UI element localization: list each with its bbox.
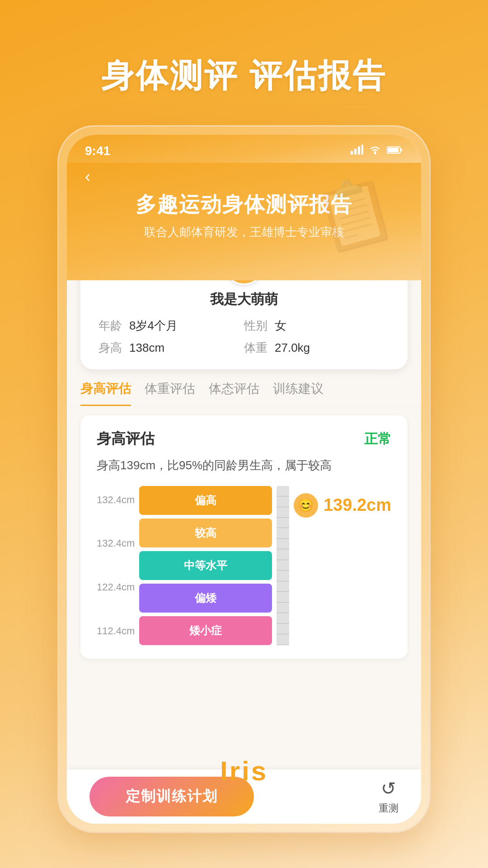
status-time: 9:41: [85, 144, 110, 158]
tab-weight-assessment[interactable]: 体重评估: [145, 380, 195, 406]
gender-label: 性别: [244, 318, 267, 334]
bar-average: 中等水平: [139, 551, 272, 580]
age-label: 年龄: [99, 318, 122, 334]
assessment-card: 身高评估 正常 身高139cm，比95%的同龄男生高，属于较高 132.4cm …: [80, 415, 408, 659]
scale-label-2: 132.4cm: [97, 538, 135, 548]
height-label: 身高: [99, 340, 122, 356]
bar-very-short: 矮小症: [139, 616, 272, 645]
svg-rect-0: [351, 151, 353, 155]
age-value: 8岁4个月: [129, 318, 178, 334]
phone-mockup: 9:41: [59, 127, 429, 832]
reset-icon: ↺: [381, 778, 396, 799]
svg-rect-7: [400, 149, 402, 151]
tab-posture-assessment[interactable]: 体态评估: [209, 380, 259, 406]
profile-card: 🐶 我是大萌萌 年龄 8岁4个月 性别 女 身高 138c: [80, 280, 408, 369]
assessment-title: 身高评估: [97, 429, 155, 449]
wifi-icon: [369, 145, 381, 157]
weight-value: 27.0kg: [275, 341, 310, 355]
tab-nav: 身高评估 体重评估 体态评估 训练建议: [67, 380, 421, 406]
tab-height-assessment[interactable]: 身高评估: [80, 380, 131, 406]
svg-rect-2: [358, 146, 360, 155]
scale-label-1: 132.4cm: [97, 495, 135, 505]
scale-label-4: 112.4cm: [97, 626, 135, 636]
height-chart: 132.4cm 132.4cm 122.4cm 112.4cm 偏高 较高 中等…: [97, 486, 391, 645]
iris-label: Iris: [220, 755, 268, 787]
svg-rect-1: [354, 149, 357, 155]
page-title: 身体测评 评估报告: [0, 0, 488, 98]
profile-name: 我是大萌萌: [99, 290, 389, 309]
bar-high: 偏高: [139, 486, 272, 515]
height-value: 138cm: [129, 341, 164, 355]
svg-rect-3: [361, 145, 363, 155]
status-bar: 9:41: [67, 135, 421, 163]
header-area: ‹ 📋 多趣运动身体测评报告 联合人邮体育研发，王雄博士专业审核: [67, 163, 421, 280]
indicator-face: 😊: [294, 493, 318, 518]
ruler: [277, 486, 289, 645]
assessment-status: 正常: [364, 430, 391, 448]
reset-button[interactable]: ↺ 重测: [379, 778, 399, 815]
svg-rect-6: [388, 148, 399, 152]
indicator-col: 😊 139.2cm: [294, 486, 391, 645]
indicator-value: 139.2cm: [324, 495, 391, 515]
gender-value: 女: [275, 318, 286, 334]
signal-icon: [351, 145, 363, 157]
battery-icon: [387, 145, 403, 157]
tab-training-advice[interactable]: 训练建议: [273, 380, 324, 406]
svg-point-4: [374, 152, 376, 155]
scale-label-3: 122.4cm: [97, 582, 135, 592]
reset-label: 重测: [379, 802, 399, 815]
avatar: 🐶: [224, 280, 264, 285]
weight-label: 体重: [244, 340, 267, 356]
bar-short: 偏矮: [139, 584, 272, 613]
assessment-desc: 身高139cm，比95%的同龄男生高，属于较高: [97, 456, 391, 475]
bar-tall: 较高: [139, 519, 272, 547]
